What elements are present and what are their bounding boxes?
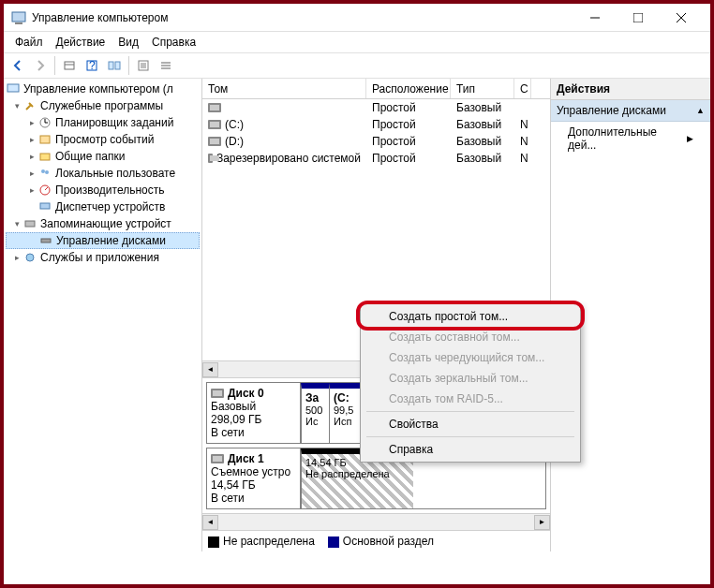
tools-icon <box>22 98 37 113</box>
svg-rect-21 <box>40 136 50 143</box>
volume-icon <box>208 120 221 129</box>
diskmgmt-icon <box>38 233 53 248</box>
legend-primary: Основной раздел <box>343 535 434 548</box>
volume-row[interactable]: Зарезервировано системойПростойБазовыйN <box>202 150 550 167</box>
svg-rect-13 <box>141 63 146 68</box>
svg-point-23 <box>41 169 45 173</box>
users-icon <box>37 166 52 181</box>
scroll-left-icon[interactable]: ◄ <box>202 362 218 377</box>
actions-title: Действия <box>551 79 710 100</box>
col-rest[interactable]: С <box>514 79 531 98</box>
services-icon <box>22 250 37 265</box>
tb-refresh-icon[interactable]: ? <box>82 55 102 76</box>
col-layout[interactable]: Расположение <box>366 79 451 98</box>
svg-rect-28 <box>25 221 35 227</box>
legend: Не распределена Основной раздел <box>202 530 550 551</box>
menu-help[interactable]: Справка <box>146 34 201 51</box>
titlebar: Управление компьютером <box>4 4 710 32</box>
tree-events[interactable]: Просмотр событий <box>55 133 154 146</box>
context-menu[interactable]: Создать простой том... Создать составной… <box>360 303 581 463</box>
partition[interactable]: За500Ис <box>301 383 329 443</box>
legend-unalloc: Не распределена <box>223 535 315 548</box>
actions-more[interactable]: Дополнительные дей... ▶ <box>551 122 710 155</box>
volume-header: Том Расположение Тип С <box>202 79 550 99</box>
tree-utilities[interactable]: Служебные программы <box>40 99 163 112</box>
col-volume[interactable]: Том <box>202 79 366 98</box>
tb-list-icon[interactable] <box>156 55 176 76</box>
svg-text:?: ? <box>89 59 96 72</box>
collapse-icon[interactable]: ▲ <box>696 106 705 115</box>
tree-diskmgmt[interactable]: Управление дисками <box>56 234 166 247</box>
menubar: Файл Действие Вид Справка <box>4 32 710 52</box>
svg-rect-11 <box>115 62 120 69</box>
tb-settings-icon[interactable] <box>133 55 154 76</box>
tree-scheduler[interactable]: Планировщик заданий <box>55 116 173 129</box>
app-icon <box>11 10 26 25</box>
svg-point-30 <box>26 254 34 261</box>
tree-perf[interactable]: Производительность <box>55 184 164 197</box>
svg-rect-1 <box>15 22 22 24</box>
menu-view[interactable]: Вид <box>112 34 144 51</box>
folder-share-icon <box>37 149 52 164</box>
tree-users[interactable]: Локальные пользовате <box>55 167 175 180</box>
scroll-right-icon[interactable]: ► <box>534 515 550 530</box>
forward-button[interactable] <box>30 55 51 76</box>
actions-group[interactable]: Управление дисками ▲ <box>551 100 710 122</box>
cm-create-simple[interactable]: Создать простой том... <box>363 306 578 327</box>
clock-icon <box>37 115 52 130</box>
disk-h-scrollbar[interactable]: ◄ ► <box>202 513 550 530</box>
cm-create-spanned: Создать составной том... <box>363 327 578 347</box>
volume-row[interactable]: ПростойБазовый <box>202 99 550 116</box>
computer-icon <box>6 81 21 96</box>
svg-rect-10 <box>109 62 113 69</box>
cm-properties[interactable]: Свойства <box>363 414 578 434</box>
navigation-tree[interactable]: Управление компьютером (л ▾Служебные про… <box>4 79 202 551</box>
cm-help[interactable]: Справка <box>363 439 578 460</box>
storage-icon <box>22 216 37 231</box>
cm-create-raid5: Создать том RAID-5... <box>363 389 578 409</box>
volume-list[interactable]: ПростойБазовый(C:)ПростойБазовыйN(D:)Про… <box>202 99 550 167</box>
chevron-right-icon: ▶ <box>687 134 693 143</box>
tree-services[interactable]: Службы и приложения <box>40 251 159 264</box>
minimize-button[interactable] <box>573 4 617 32</box>
tb-view-icon[interactable] <box>104 55 125 76</box>
tree-storage[interactable]: Запоминающие устройст <box>40 217 171 230</box>
device-icon <box>37 199 52 214</box>
svg-rect-29 <box>41 239 51 243</box>
tree-root[interactable]: Управление компьютером (л <box>23 82 173 96</box>
disk-icon <box>211 454 224 463</box>
svg-rect-0 <box>12 12 25 22</box>
disk-info: Диск 0Базовый298,09 ГБВ сети <box>207 383 301 443</box>
disk-info: Диск 1Съемное устро14,54 ГБВ сети <box>207 448 301 508</box>
svg-rect-6 <box>65 62 74 69</box>
menu-file[interactable]: Файл <box>9 34 49 51</box>
col-type[interactable]: Тип <box>451 79 514 98</box>
cm-create-striped: Создать чередующийся том... <box>363 347 578 368</box>
volume-icon <box>208 137 221 146</box>
volume-icon <box>208 154 213 163</box>
svg-rect-22 <box>40 154 50 160</box>
svg-rect-27 <box>40 203 50 209</box>
event-icon <box>37 132 52 147</box>
window-title: Управление компьютером <box>32 11 573 24</box>
volume-row[interactable]: (C:)ПростойБазовыйN <box>202 116 550 133</box>
scroll-left-icon[interactable]: ◄ <box>202 515 218 530</box>
tree-shared[interactable]: Общие папки <box>55 150 125 163</box>
cm-create-mirror: Создать зеркальный том... <box>363 368 578 389</box>
svg-rect-17 <box>7 84 19 92</box>
svg-point-24 <box>45 170 49 174</box>
tree-devmgr[interactable]: Диспетчер устройств <box>55 200 165 213</box>
maximize-button[interactable] <box>617 4 660 32</box>
svg-rect-3 <box>633 13 643 22</box>
back-button[interactable] <box>7 55 28 76</box>
perf-icon <box>37 183 52 198</box>
volume-row[interactable]: (D:)ПростойБазовыйN <box>202 133 550 150</box>
volume-icon <box>208 103 221 112</box>
tb-action-icon[interactable] <box>59 55 80 76</box>
menu-action[interactable]: Действие <box>51 34 112 51</box>
close-button[interactable] <box>660 4 703 32</box>
disk-icon <box>211 389 224 398</box>
toolbar: ? <box>4 52 710 79</box>
